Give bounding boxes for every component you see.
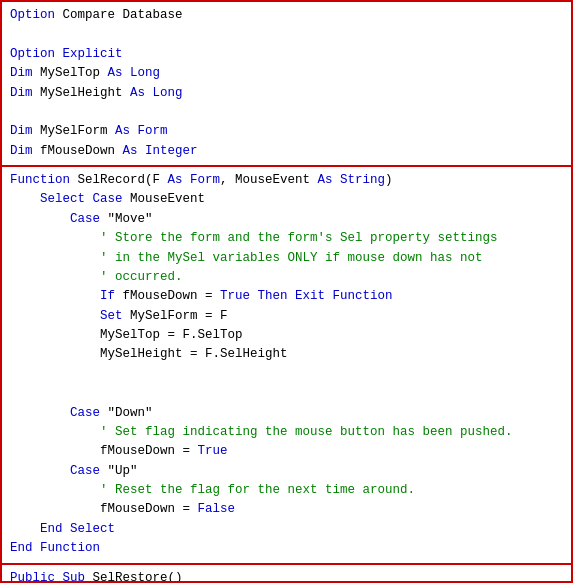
code-line: Select Case MouseEvent xyxy=(10,190,563,209)
code-line: Set MySelForm = F xyxy=(10,307,563,326)
code-line: ' Store the form and the form's Sel prop… xyxy=(10,229,563,248)
code-line: Dim MySelHeight As Long xyxy=(10,84,563,103)
code-line: fMouseDown = True xyxy=(10,442,563,461)
code-line: fMouseDown = False xyxy=(10,500,563,519)
code-line: ' occurred. xyxy=(10,268,563,287)
code-line: Case "Down" xyxy=(10,404,563,423)
code-line: Dim MySelForm As Form xyxy=(10,122,563,141)
code-block-3: Public Sub SelRestore() Debug.Print "got… xyxy=(2,565,571,584)
code-line: ' Set flag indicating the mouse button h… xyxy=(10,423,563,442)
code-line: If fMouseDown = True Then Exit Function xyxy=(10,287,563,306)
code-line xyxy=(10,365,563,384)
code-line xyxy=(10,384,563,403)
code-block-2: Function SelRecord(F As Form, MouseEvent… xyxy=(2,167,571,565)
code-line: MySelHeight = F.SelHeight xyxy=(10,345,563,364)
code-line: MySelTop = F.SelTop xyxy=(10,326,563,345)
code-line: Case "Up" xyxy=(10,462,563,481)
code-line: ' in the MySel variables ONLY if mouse d… xyxy=(10,249,563,268)
code-line: End Select xyxy=(10,520,563,539)
code-line: Dim MySelTop As Long xyxy=(10,64,563,83)
code-line: ' Reset the flag for the next time aroun… xyxy=(10,481,563,500)
code-line: Option Compare Database xyxy=(10,6,563,25)
code-line xyxy=(10,103,563,122)
code-line xyxy=(10,25,563,44)
code-editor: Option Compare Database Option Explicit … xyxy=(0,0,573,583)
code-line: Public Sub SelRestore() xyxy=(10,569,563,584)
code-line: Case "Move" xyxy=(10,210,563,229)
code-line: End Function xyxy=(10,539,563,558)
code-line: Dim fMouseDown As Integer xyxy=(10,142,563,161)
code-line: Option Explicit xyxy=(10,45,563,64)
code-line: Function SelRecord(F As Form, MouseEvent… xyxy=(10,171,563,190)
code-block-1: Option Compare Database Option Explicit … xyxy=(2,2,571,167)
